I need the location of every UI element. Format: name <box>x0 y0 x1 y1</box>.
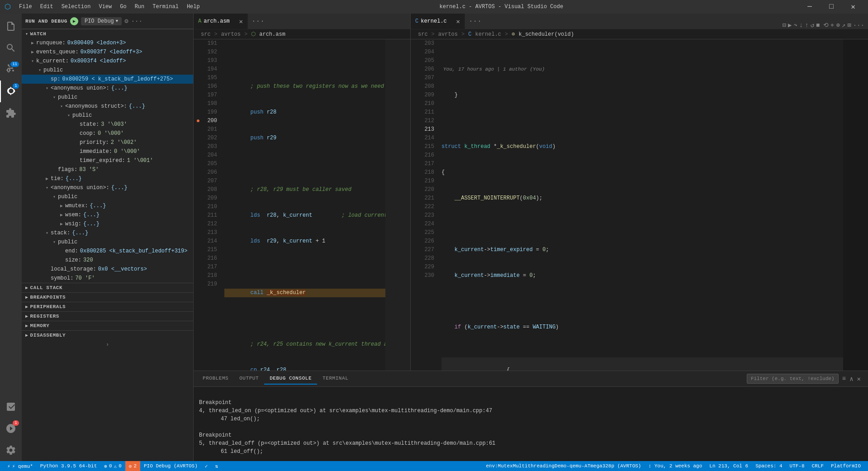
panel-up-icon[interactable]: ∧ <box>849 375 853 383</box>
tab-kernel-c-close[interactable]: ✕ <box>456 18 460 25</box>
breadcrumb-archasm[interactable]: arch.asm <box>259 31 285 38</box>
menu-selection[interactable]: Selection <box>58 2 95 12</box>
watch-timer-expired[interactable]: timer_expired: 1 '\001' <box>22 156 193 165</box>
menu-file[interactable]: File <box>15 2 36 12</box>
marker-icon[interactable]: ⊕ <box>836 21 840 29</box>
watch-anon-union-public[interactable]: ▾ public <box>22 93 193 102</box>
source-control-activity-icon[interactable]: 11 <box>0 59 22 81</box>
watch-anon-struct[interactable]: ▾ <anonymous struct>: {...} <box>22 102 193 111</box>
status-line-ending[interactable]: CRLF <box>808 461 827 471</box>
watch-events-queue[interactable]: ▶ events_queue: 0x8003f7 <ledoff+3> <box>22 48 193 57</box>
watch-symbol[interactable]: symbol: 70 'F' <box>22 274 193 283</box>
remote-activity-icon[interactable]: 1 <box>0 418 22 439</box>
menu-help[interactable]: Help <box>183 2 204 12</box>
more-icon[interactable]: ··· <box>853 22 864 29</box>
maximize-button[interactable]: □ <box>821 0 842 14</box>
right-breadcrumb-func[interactable]: k_scheduler(void) <box>518 31 574 38</box>
tab-debug-console[interactable]: DEBUG CONSOLE <box>264 373 317 385</box>
watch-tie[interactable]: ▶ tie: {...} <box>22 174 193 183</box>
tab-kernel-c[interactable]: C kernel.c ✕ <box>411 14 465 29</box>
status-sync[interactable]: ⇅ <box>211 461 222 471</box>
status-breakpoints[interactable]: ⊙ 2 <box>125 461 140 471</box>
status-encoding[interactable]: UTF-8 <box>786 461 808 471</box>
history-back-icon[interactable]: ⟲ <box>823 21 829 29</box>
continue-debug-icon[interactable]: ▶ <box>788 21 792 29</box>
menu-go[interactable]: Go <box>116 2 130 12</box>
watch-section-header[interactable]: ▾ WATCH <box>22 29 193 38</box>
debug-settings-button[interactable]: ⚙ <box>124 17 128 25</box>
status-errors[interactable]: ⊗ 0 ⚠ 0 <box>100 461 125 471</box>
panel-close-icon[interactable]: ✕ <box>857 375 861 383</box>
status-remote[interactable]: ⚡ ⚡ qemu* <box>4 461 37 471</box>
watch-wsig[interactable]: ▶ wsig: {...} <box>22 219 193 228</box>
watch-stack-public[interactable]: ▾ public <box>22 238 193 247</box>
watch-flags[interactable]: flags: 83 'S' <box>22 165 193 174</box>
watch-wmutex[interactable]: ▶ wmutex: {...} <box>22 201 193 210</box>
left-code-area[interactable]: ; push these two registers now as we nee… <box>221 39 385 371</box>
right-breadcrumb-src[interactable]: src <box>418 31 428 38</box>
watch-k-current[interactable]: ▾ k_current: 0x8003f4 <ledoff> <box>22 57 193 66</box>
breadcrumb-src[interactable]: src <box>201 31 211 38</box>
watch-wsem[interactable]: ▶ wsem: {...} <box>22 210 193 219</box>
watch-sp[interactable]: sp: 0x800259 < k_stack_buf_ledoff+275> <box>22 75 193 84</box>
status-cursor[interactable]: Ln 213, Col 6 <box>706 461 752 471</box>
search-activity-icon[interactable] <box>0 37 22 59</box>
debug-more-button[interactable]: ··· <box>131 18 142 25</box>
right-editor-content[interactable]: 203 204 205 206 207 208 209 210 211 212 … <box>411 39 868 371</box>
menu-terminal[interactable]: Terminal <box>149 2 182 12</box>
watch-state[interactable]: state: 3 '\003' <box>22 120 193 129</box>
cursor-icon[interactable]: ⌖ <box>830 22 834 29</box>
watch-size[interactable]: size: 320 <box>22 256 193 265</box>
watch-local-storage[interactable]: local_storage: 0x0 <__vectors> <box>22 265 193 274</box>
debug-play-button[interactable]: ▶ <box>70 17 78 25</box>
status-git-check[interactable]: ✓ <box>201 461 212 471</box>
status-git-time[interactable]: ↕ You, 2 weeks ago <box>645 461 706 471</box>
watch-end[interactable]: end: 0x800285 <k_stack_buf_ledoff+319> <box>22 247 193 256</box>
left-editor-content[interactable]: ● 191 192 193 194 195 196 197 198 1 <box>194 39 410 371</box>
watch-stack[interactable]: ▾ stack: {...} <box>22 228 193 238</box>
tab-terminal[interactable]: TERMINAL <box>317 373 354 385</box>
watch-anon-struct-public[interactable]: ▾ public <box>22 111 193 120</box>
memory-header[interactable]: ▶ MEMORY <box>22 321 193 330</box>
left-tab-more[interactable]: ··· <box>248 17 268 25</box>
split-editor-icon[interactable]: ⊟ <box>783 21 786 29</box>
close-button[interactable]: ✕ <box>843 0 863 14</box>
disassembly-header[interactable]: ▶ DISASSEMBLY <box>22 330 193 340</box>
minimize-button[interactable]: ─ <box>799 0 820 14</box>
settings-activity-icon[interactable] <box>0 439 22 461</box>
stop-icon[interactable]: ■ <box>816 22 820 29</box>
menu-edit[interactable]: Edit <box>37 2 57 12</box>
restart-icon[interactable]: ↺ <box>811 21 814 29</box>
menu-view[interactable]: View <box>95 2 115 12</box>
status-python[interactable]: Python 3.9.5 64-bit <box>37 461 100 471</box>
status-spaces[interactable]: Spaces: 4 <box>752 461 786 471</box>
tab-arch-asm[interactable]: A arch.asm ✕ <box>194 14 248 29</box>
step-out-icon[interactable]: ↑ <box>805 22 808 29</box>
watch-anon-union[interactable]: ▾ <anonymous union>: {...} <box>22 84 193 93</box>
right-tab-more[interactable]: ··· <box>465 17 485 25</box>
status-language[interactable]: PlatformIO <box>827 461 864 471</box>
watch-runqueue[interactable]: ▶ runqueue: 0x800409 <ledon+3> <box>22 38 193 48</box>
registers-header[interactable]: ▶ REGISTERS <box>22 311 193 321</box>
extensions-activity-icon[interactable] <box>0 102 22 124</box>
call-stack-header[interactable]: ▶ CALL STACK <box>22 283 193 292</box>
vertical-split-icon[interactable]: ⊞ <box>847 21 851 29</box>
menu-run[interactable]: Run <box>131 2 148 12</box>
tab-problems[interactable]: PROBLEMS <box>197 373 234 385</box>
explorer-activity-icon[interactable] <box>0 15 22 37</box>
tab-arch-asm-close[interactable]: ✕ <box>239 18 243 25</box>
breadcrumb-avrtos[interactable]: avrtos <box>221 31 241 38</box>
watch-coop[interactable]: coop: 0 '\000' <box>22 129 193 138</box>
debug-activity-icon[interactable]: 1 <box>0 81 22 102</box>
status-debug-mode[interactable]: PIO Debug (AVRTOS) <box>140 461 201 471</box>
step-over-icon[interactable]: ↷ <box>793 21 797 29</box>
watch-public[interactable]: ▾ public <box>22 66 193 75</box>
right-code-area[interactable]: You, 17 hours ago | 1 author (You) } str… <box>438 39 843 371</box>
right-breadcrumb-kernel[interactable]: kernel.c <box>475 31 501 38</box>
step-into-icon[interactable]: ↓ <box>799 22 803 29</box>
right-breadcrumb-avrtos[interactable]: avrtos <box>438 31 458 38</box>
breakpoints-header[interactable]: ▶ BREAKPOINTS <box>22 292 193 302</box>
status-env[interactable]: env:MutexMultithreadingDemo-qemu-ATmega3… <box>482 461 645 471</box>
debug-config-selector[interactable]: PIO Debug ▼ <box>81 17 122 25</box>
pin-icon[interactable]: ↗ <box>842 21 845 29</box>
